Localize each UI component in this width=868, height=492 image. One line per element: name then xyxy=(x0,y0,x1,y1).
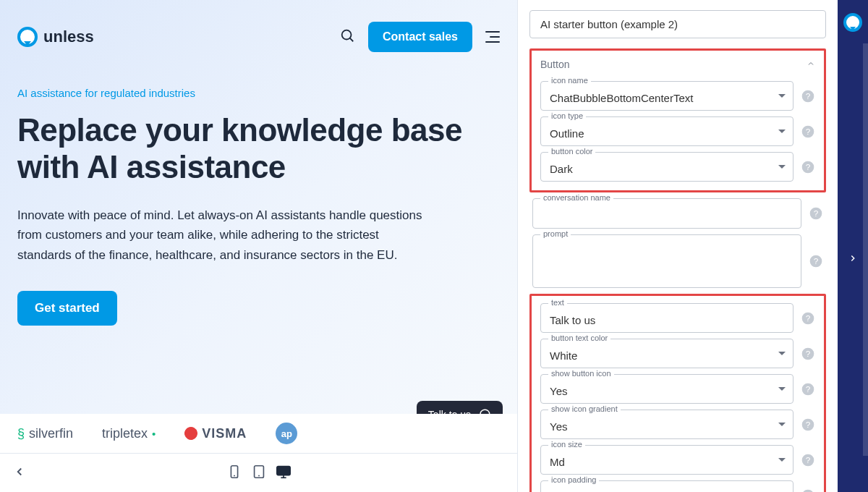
button-section-header[interactable]: Button xyxy=(540,58,815,71)
button-text-color-field[interactable]: button text color White xyxy=(540,339,793,368)
ap-icon: ap xyxy=(276,423,297,444)
svg-text:?: ? xyxy=(806,127,811,136)
show-button-icon-field[interactable]: show button icon Yes xyxy=(540,374,793,404)
logo-icon xyxy=(17,27,38,47)
svg-rect-6 xyxy=(276,466,289,475)
section-title: Button xyxy=(540,59,569,70)
svg-text:?: ? xyxy=(814,208,819,218)
brand-name: unless xyxy=(43,27,94,46)
get-started-button[interactable]: Get started xyxy=(17,291,117,326)
contact-sales-button[interactable]: Contact sales xyxy=(368,22,472,52)
partner-tripletex: tripletex• xyxy=(102,426,156,441)
scrollbar[interactable] xyxy=(863,43,868,456)
back-button[interactable] xyxy=(13,465,26,481)
expand-rail-button[interactable] xyxy=(848,253,858,266)
template-select[interactable]: AI starter button (example 2) xyxy=(529,10,826,38)
tablet-preview-button[interactable] xyxy=(251,464,267,483)
visma-icon xyxy=(183,425,199,441)
site-header: unless Contact sales xyxy=(17,22,500,52)
mobile-preview-button[interactable] xyxy=(226,464,242,483)
partner-silverfin: § silverfin xyxy=(17,426,73,441)
partner-logos: § silverfin tripletex• VISMA ap xyxy=(0,414,517,453)
brand-logo[interactable]: unless xyxy=(17,27,94,47)
chevron-down-icon xyxy=(778,90,786,103)
conversation-name-field[interactable]: conversation name xyxy=(532,198,801,229)
hero-tagline: AI assistance for regulated industries xyxy=(17,87,500,99)
help-icon[interactable]: ? xyxy=(801,347,815,361)
button-section-highlight-1: Button icon name ChatBubbleBottomCenterT… xyxy=(529,48,826,192)
svg-line-1 xyxy=(350,38,354,42)
help-icon[interactable]: ? xyxy=(809,254,823,268)
chevron-down-icon xyxy=(778,347,786,360)
hero-headline: Replace your knowledge base with AI assi… xyxy=(17,112,500,185)
side-rail xyxy=(838,0,868,492)
chevron-down-icon xyxy=(778,383,786,396)
partner-visma: VISMA xyxy=(184,426,247,441)
svg-text:?: ? xyxy=(814,256,819,266)
show-icon-gradient-field[interactable]: show icon gradient Yes xyxy=(540,410,793,439)
desktop-preview-button[interactable] xyxy=(276,464,292,483)
svg-text:?: ? xyxy=(806,420,811,429)
icon-name-field[interactable]: icon name ChatBubbleBottomCenterText xyxy=(540,81,793,111)
chevron-down-icon xyxy=(778,454,786,467)
config-panel: AI starter button (example 2) Button ico… xyxy=(517,0,838,492)
chevron-up-icon xyxy=(807,58,815,71)
help-icon[interactable]: ? xyxy=(801,417,815,432)
chevron-down-icon xyxy=(778,418,786,431)
help-icon[interactable]: ? xyxy=(809,206,823,221)
template-select-value: AI starter button (example 2) xyxy=(540,18,678,30)
icon-size-field[interactable]: icon size Md xyxy=(540,445,793,475)
website-preview: unless Contact sales AI assistance for r… xyxy=(0,0,517,492)
help-icon[interactable]: ? xyxy=(801,453,815,467)
svg-point-0 xyxy=(342,30,352,40)
button-section-highlight-2: text Talk to us ? button text color Whit… xyxy=(529,294,826,492)
chevron-down-icon xyxy=(778,125,786,138)
brand-icon[interactable] xyxy=(843,13,862,32)
button-color-field[interactable]: button color Dark xyxy=(540,152,793,182)
svg-text:?: ? xyxy=(806,162,811,171)
svg-text:?: ? xyxy=(806,384,811,394)
text-field[interactable]: text Talk to us xyxy=(540,303,793,333)
icon-padding-field[interactable]: icon padding 0.5em xyxy=(540,480,793,492)
help-icon[interactable]: ? xyxy=(801,311,815,326)
prompt-field[interactable]: prompt xyxy=(532,234,801,288)
icon-type-field[interactable]: icon type Outline xyxy=(540,116,793,146)
chevron-down-icon xyxy=(778,161,786,174)
svg-text:?: ? xyxy=(806,91,811,101)
svg-text:?: ? xyxy=(806,313,811,323)
help-icon[interactable]: ? xyxy=(801,488,815,493)
partner-ap: ap xyxy=(276,423,297,444)
search-icon[interactable] xyxy=(339,27,355,46)
preview-toolbar xyxy=(0,453,517,492)
help-icon[interactable]: ? xyxy=(801,124,815,139)
silverfin-icon: § xyxy=(17,426,25,441)
svg-text:?: ? xyxy=(806,455,811,465)
help-icon[interactable]: ? xyxy=(801,160,815,174)
svg-text:?: ? xyxy=(806,349,811,358)
menu-icon[interactable] xyxy=(485,31,500,43)
hero-description: Innovate with peace of mind. Let always-… xyxy=(17,205,422,265)
help-icon[interactable]: ? xyxy=(801,382,815,396)
help-icon[interactable]: ? xyxy=(801,89,815,103)
